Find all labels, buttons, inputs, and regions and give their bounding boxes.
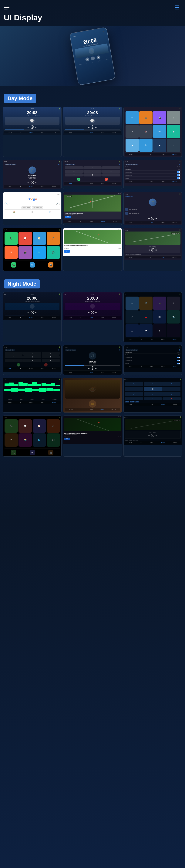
night-iphone-insta[interactable]: 📸 [19, 433, 32, 446]
nav-c-np[interactable]: CAR [150, 256, 153, 258]
key-9[interactable]: 9 [102, 174, 120, 177]
iphone-app-msg[interactable]: 💬 [19, 232, 32, 245]
google-grid-icon[interactable]: ⊞ [31, 211, 33, 213]
nav-arrow-sw[interactable]: ↙ [125, 392, 143, 396]
nav-d-settings[interactable]: DIAL [129, 180, 133, 182]
night-app-more[interactable]: ··· [167, 324, 180, 337]
app-more[interactable]: ··· [167, 138, 180, 152]
night-nav-c-bm[interactable]: CAR [90, 371, 93, 373]
night-call-btn[interactable]: 📞 [17, 363, 20, 367]
night-nav-a-call[interactable]: ▼ [20, 368, 21, 370]
nav-a-np[interactable]: ▼ [140, 256, 142, 258]
nav-d-bt[interactable]: DIAL [8, 186, 12, 187]
night-nav-ap-call[interactable]: APPS [52, 368, 56, 370]
nav-apps-2[interactable]: APPS [112, 131, 116, 133]
nav-hamburger-icon[interactable]: ☰ [175, 4, 179, 11]
night-app-wifi[interactable]: 📡 [167, 310, 180, 323]
night-nav-d-1[interactable]: DIAL [8, 317, 12, 318]
night-nav-n-bm[interactable]: NAVI [101, 371, 104, 373]
call-btn[interactable]: 📞 [77, 178, 80, 181]
night-iphone-twitter[interactable]: 🐦 [33, 433, 46, 446]
night-iphone-spotify[interactable]: 🎧 [47, 433, 60, 446]
night-dock-mail[interactable]: ✉ [30, 450, 35, 455]
night-app-navi[interactable]: 🗺 [139, 324, 153, 337]
night-play-2[interactable]: ⏸ [91, 311, 94, 314]
night-app-music[interactable]: 🎵 [139, 297, 153, 310]
next-btn[interactable]: ⏭ [96, 55, 101, 60]
iphone-app-music[interactable]: 🎵 [47, 232, 60, 245]
nav-arrow-3[interactable]: ▼ [140, 153, 142, 155]
nav-c-settings[interactable]: CAR [150, 180, 153, 182]
night-nav-d-apps[interactable]: DIAL [129, 339, 133, 340]
coffee-go-btn[interactable]: GO [64, 250, 70, 253]
night-key-6[interactable]: 6 [42, 355, 60, 359]
next-np[interactable]: ⏭ [156, 249, 157, 251]
night-nav-d-bm[interactable]: DIAL [69, 371, 72, 373]
night-dock-camera[interactable]: 📷 [48, 450, 53, 455]
night-nav-ap-eq[interactable]: APPS [52, 401, 56, 403]
night-key-4[interactable]: 4 [5, 355, 23, 359]
nav-arrow-s[interactable]: ↓ [144, 392, 162, 396]
night-nav-n-2[interactable]: NAVI [101, 317, 104, 318]
google-tab-icon[interactable]: 📑 [49, 211, 51, 213]
nav-navi-3[interactable]: NAVI [161, 153, 164, 155]
night-nav-ap-nav[interactable]: APPS [173, 404, 177, 405]
nav-arrow-n[interactable]: ↑ [144, 381, 162, 386]
night-nav-a-food[interactable]: ▼ [80, 408, 82, 410]
iphone-app-phone[interactable]: 📞 [4, 232, 18, 245]
night-nav-a-fnp[interactable]: ▼ [140, 442, 142, 444]
night-nav-ap-apps[interactable]: APPS [173, 339, 176, 340]
key-2[interactable]: 2 [83, 166, 101, 169]
app-telegram[interactable]: ✈ [126, 111, 139, 124]
nav-n-bt[interactable]: NAVI [41, 186, 44, 187]
prev-icon-1[interactable]: ⏮ [28, 126, 29, 128]
iphone-app-insta[interactable]: 📸 [19, 246, 32, 259]
app-weather[interactable]: ☁ [126, 138, 139, 152]
night-nav-a-s[interactable]: ▼ [140, 366, 142, 368]
night-end-btn[interactable]: ✗ [44, 363, 48, 367]
night-nav-a-bm[interactable]: ▼ [80, 371, 82, 373]
app-arrow[interactable]: ↗ [126, 125, 139, 138]
eq-preset-2[interactable]: Pop [20, 399, 23, 400]
feeling-lucky-btn[interactable]: I'm Feeling Lucky [32, 207, 43, 209]
app-settings[interactable]: ⚙ [167, 111, 180, 124]
menu-icon[interactable] [4, 4, 11, 11]
night-auto-answer-toggle[interactable] [177, 357, 180, 359]
night-app-bt[interactable]: BT [153, 310, 166, 323]
night-next-1[interactable]: ⏭ [35, 311, 37, 313]
key-6[interactable]: 6 [102, 170, 120, 173]
night-nav-n-food[interactable]: NAVI [100, 408, 104, 410]
nav-arrow-2[interactable]: ▼ [80, 131, 82, 133]
night-app-video[interactable]: ▶ [153, 324, 166, 337]
night-nav-a-apps[interactable]: ▼ [140, 339, 142, 340]
night-key-2[interactable]: 2 [23, 352, 41, 355]
nav-n-social[interactable]: NAVI [161, 221, 164, 223]
go-button[interactable]: GO [65, 216, 71, 218]
night-nav-n-nav[interactable]: NAVI [161, 404, 165, 405]
nav-arrow-ne[interactable]: ↗ [162, 381, 181, 386]
nav-car-3[interactable]: CAR [150, 153, 153, 155]
play-pause-btn[interactable]: ⏸ [90, 56, 95, 61]
nav-arrow-1[interactable]: ▼ [20, 131, 21, 133]
prev-bt[interactable]: ⏮ [28, 182, 29, 184]
key-3[interactable]: 3 [102, 166, 120, 169]
night-key-1[interactable]: 1 [5, 352, 23, 355]
iphone-app-spotify[interactable]: 🎧 [47, 246, 60, 259]
power-toggle[interactable] [177, 177, 180, 179]
key-7[interactable]: 7 [65, 174, 83, 177]
mic-icon[interactable]: 🎤 [56, 203, 58, 205]
night-nav-a-eq[interactable]: ▼ [20, 401, 21, 403]
nav-arrow-se[interactable]: ↘ [162, 392, 181, 396]
location-btn[interactable]: 📍 [162, 397, 181, 400]
map-type-satellite[interactable]: Satellite [130, 401, 135, 403]
nav-navi-1[interactable]: NAVI [41, 131, 44, 133]
night-key-8[interactable]: 8 [23, 359, 41, 362]
night-nav-ap-food[interactable]: APPS [111, 408, 115, 410]
night-iphone-safari[interactable]: 🧭 [33, 419, 46, 433]
key-5[interactable]: 5 [83, 170, 101, 173]
nav-d-map[interactable]: DIAL [68, 220, 71, 222]
play-np[interactable]: ▶ [151, 248, 154, 251]
map-type-normal[interactable]: Normal [125, 401, 129, 403]
nav-c-map[interactable]: CAR [90, 220, 93, 222]
night-nav-a-nav[interactable]: ▼ [140, 404, 142, 405]
